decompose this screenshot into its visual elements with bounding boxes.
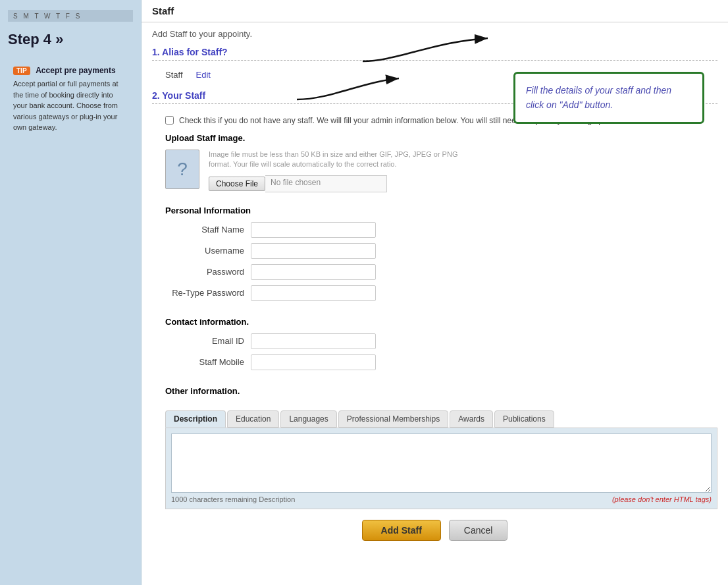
html-warning: (please don't enter HTML tags): [612, 495, 712, 503]
step-title: Step 4 »: [8, 31, 133, 48]
calendar-bar: S M T W T F S: [8, 10, 133, 22]
tab-list: Description Education Languages Professi…: [165, 410, 717, 428]
tab-publications[interactable]: Publications: [494, 410, 554, 428]
main-header: Staff: [142, 0, 728, 22]
email-input[interactable]: [251, 333, 376, 349]
personal-info-section: Personal Information Staff Name Username…: [152, 199, 717, 310]
add-staff-subtitle: Add Staff to your appointy.: [152, 29, 717, 39]
retype-password-row: Re-Type Password: [165, 285, 717, 301]
personal-info-title: Personal Information: [165, 206, 717, 215]
tab-education[interactable]: Education: [227, 410, 279, 428]
description-textarea[interactable]: [171, 433, 712, 493]
tab-description[interactable]: Description: [165, 410, 226, 428]
alias-section-link[interactable]: 1. Alias for Staff?: [152, 47, 717, 57]
file-input-row: Choose File No file chosen: [209, 175, 459, 192]
tab-professional-memberships[interactable]: Professional Memberships: [338, 410, 448, 428]
other-info-section: Other information.: [152, 379, 717, 406]
char-count: 1000 characters remaining Description: [171, 495, 295, 503]
content-area: Add Staff to your appointy. Fill the det…: [142, 22, 728, 585]
cancel-button[interactable]: Cancel: [449, 520, 508, 541]
tooltip-container: Fill the details of your staff and then …: [152, 47, 717, 104]
password-row: Password: [165, 264, 717, 280]
tab-languages[interactable]: Languages: [280, 410, 336, 428]
tip-badge: TIP: [13, 67, 30, 75]
mobile-label: Staff Mobile: [165, 357, 244, 367]
upload-row: ? Image file must be less than 50 KB in …: [165, 150, 717, 192]
tab-content: 1000 characters remaining Description (p…: [165, 428, 717, 509]
alias-divider: [152, 60, 717, 61]
tooltip-box: Fill the details of your staff and then …: [513, 72, 704, 124]
upload-info: Image file must be less than 50 KB in si…: [209, 150, 459, 192]
staff-name-label: Staff Name: [165, 225, 244, 235]
tab-awards[interactable]: Awards: [450, 410, 493, 428]
email-row: Email ID: [165, 333, 717, 349]
avatar-icon: ?: [177, 159, 188, 180]
add-staff-button[interactable]: Add Staff: [362, 520, 441, 541]
tab-footer: 1000 characters remaining Description (p…: [171, 495, 712, 503]
password-input[interactable]: [251, 264, 376, 280]
username-input[interactable]: [251, 243, 376, 259]
no-staff-checkbox[interactable]: [165, 116, 174, 125]
staff-name-input[interactable]: [251, 222, 376, 238]
password-label: Password: [165, 267, 244, 277]
choose-file-button[interactable]: Choose File: [209, 177, 265, 191]
sidebar: S M T W T F S Step 4 » TIP Accept pre pa…: [0, 0, 142, 585]
upload-section: Upload Staff image. ? Image file must be…: [152, 133, 717, 199]
no-file-label: No file chosen: [265, 175, 387, 192]
tip-heading: Accept pre payments: [36, 66, 115, 75]
upload-title: Upload Staff image.: [165, 133, 717, 143]
main-panel: Staff Add Staff to your appointy. Fill t…: [142, 0, 728, 585]
mobile-row: Staff Mobile: [165, 354, 717, 370]
mobile-input[interactable]: [251, 354, 376, 370]
contact-info-section: Contact information. Email ID Staff Mobi…: [152, 310, 717, 379]
tabs-container: Description Education Languages Professi…: [165, 410, 717, 509]
username-label: Username: [165, 246, 244, 256]
staff-label: Staff: [165, 70, 183, 80]
retype-password-label: Re-Type Password: [165, 288, 244, 298]
email-label: Email ID: [165, 336, 244, 346]
edit-link[interactable]: Edit: [196, 70, 211, 80]
tip-text: Accept partial or full payments at the t…: [13, 78, 128, 133]
action-buttons: Add Staff Cancel: [152, 509, 717, 547]
avatar-placeholder: ?: [165, 150, 199, 189]
upload-hint: Image file must be less than 50 KB in si…: [209, 150, 459, 170]
tip-box: TIP Accept pre payments Accept partial o…: [8, 60, 133, 138]
retype-password-input[interactable]: [251, 285, 376, 301]
username-row: Username: [165, 243, 717, 259]
contact-info-title: Contact information.: [165, 317, 717, 327]
other-info-title: Other information.: [165, 386, 717, 396]
staff-name-row: Staff Name: [165, 222, 717, 238]
